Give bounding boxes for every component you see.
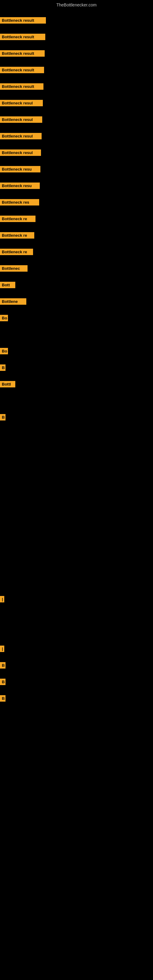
bottleneck-result-label: Bott (0, 282, 15, 288)
bottleneck-result-label: Bottlene (0, 298, 26, 305)
bottleneck-result-label: Bottleneck result (0, 17, 46, 24)
bottleneck-result-label: B (0, 679, 5, 685)
bottleneck-result-label: B (0, 695, 5, 702)
bottleneck-result-label: Bottlenec (0, 265, 27, 272)
bottleneck-result-label: Bottleneck re (0, 232, 34, 239)
bottleneck-result-label: Bottleneck result (0, 83, 43, 90)
bottleneck-result-label: B (0, 662, 5, 668)
bottleneck-result-label: Bottleneck resu (0, 183, 40, 189)
bottleneck-result-label: B (0, 414, 5, 420)
bottleneck-result-label: Bottleneck result (0, 50, 45, 57)
bottleneck-result-label: Bottleneck resul (0, 150, 41, 156)
bottleneck-result-label: Bottleneck result (0, 67, 44, 73)
site-title: TheBottlenecker.com (0, 0, 153, 10)
bottleneck-result-label: Bottleneck resu (0, 166, 40, 172)
bottleneck-result-label: Bottleneck re (0, 249, 33, 255)
bottleneck-result-label: Bottleneck resul (0, 116, 42, 123)
bottleneck-result-label: Bottl (0, 381, 15, 387)
bottleneck-result-label: Bottleneck res (0, 199, 39, 205)
bottleneck-result-label: Bottleneck result (0, 34, 45, 40)
bottleneck-result-label: | (0, 596, 4, 602)
bottleneck-result-label: Bottleneck resul (0, 100, 43, 106)
bottleneck-result-label: Bottleneck re (0, 216, 35, 222)
bottleneck-result-label: | (0, 646, 4, 652)
bottleneck-result-label: Bottleneck resul (0, 133, 41, 139)
bottleneck-result-label: Bo (0, 348, 8, 354)
bottleneck-result-label: Bo (0, 315, 8, 321)
bottleneck-result-label: B (0, 364, 5, 371)
